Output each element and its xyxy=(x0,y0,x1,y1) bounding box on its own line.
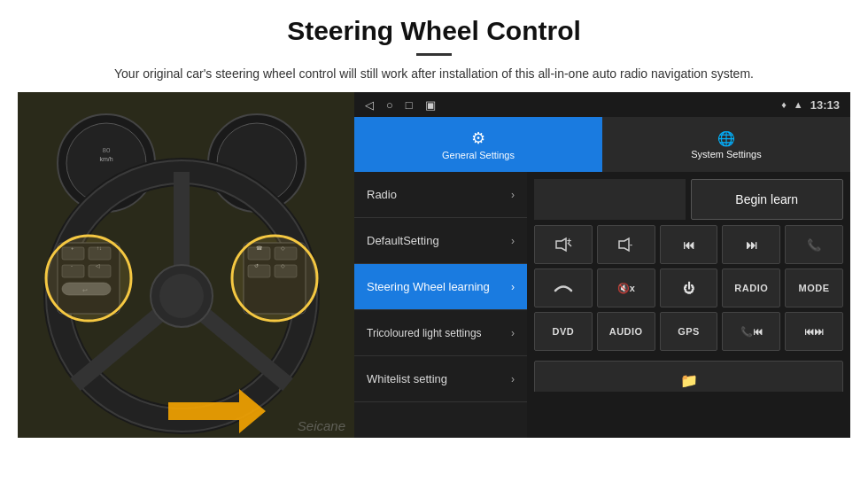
tab-system-label: System Settings xyxy=(691,149,761,160)
status-bar-left: ◁ ○ □ ▣ xyxy=(365,98,436,112)
page-header: Steering Wheel Control Your original car… xyxy=(0,0,868,92)
btn-phone-next[interactable]: ⏮⏭ xyxy=(785,312,843,351)
settings-content: Radio › DefaultSetting › Steering Wheel … xyxy=(354,172,850,438)
btn-vol-down[interactable]: - xyxy=(597,225,655,264)
btn-radio[interactable]: RADIO xyxy=(722,268,780,307)
location-icon: ♦ xyxy=(781,99,787,110)
svg-point-36 xyxy=(232,236,317,321)
menu-item-tricoloured-label: Tricoloured light settings xyxy=(367,327,511,339)
general-settings-icon: ⚙ xyxy=(471,128,485,148)
page-title: Steering Wheel Control xyxy=(18,16,850,46)
svg-text:80: 80 xyxy=(103,146,111,154)
menu-chevron-whitelist: › xyxy=(511,373,515,385)
signal-icon: ▲ xyxy=(794,99,803,110)
empty-cell xyxy=(534,179,686,220)
tab-general[interactable]: ⚙ General Settings xyxy=(354,117,602,172)
menu-item-radio-label: Radio xyxy=(367,188,511,201)
menu-chevron-steering: › xyxy=(511,281,515,293)
vol-up-icon: + xyxy=(554,237,572,253)
btn-mode[interactable]: MODE xyxy=(785,268,843,307)
hangup-icon xyxy=(554,280,573,296)
car-image-area: 80 km/h xyxy=(18,92,354,438)
svg-marker-40 xyxy=(619,238,629,251)
title-divider xyxy=(416,53,452,56)
home-icon[interactable]: ○ xyxy=(386,98,393,112)
menu-item-tricoloured[interactable]: Tricoloured light settings › xyxy=(354,310,527,356)
svg-text:+: + xyxy=(567,237,571,245)
menu-item-default-label: DefaultSetting xyxy=(367,234,511,247)
control-panel: Begin learn + - ⏮ ⏭ 📞 xyxy=(527,172,850,438)
page-subtitle: Your original car's steering wheel contr… xyxy=(18,65,850,83)
main-content: 80 km/h xyxy=(18,92,850,438)
tab-system[interactable]: 🌐 System Settings xyxy=(602,117,850,172)
svg-text:-: - xyxy=(630,240,632,249)
btn-row-3: DVD AUDIO GPS 📞⏮ ⏮⏭ xyxy=(534,312,843,351)
btn-vol-up[interactable]: + xyxy=(534,225,593,264)
menu-item-default[interactable]: DefaultSetting › xyxy=(354,218,527,264)
back-icon[interactable]: ◁ xyxy=(365,98,374,112)
svg-text:km/h: km/h xyxy=(99,156,112,162)
settings-menu: Radio › DefaultSetting › Steering Wheel … xyxy=(354,172,527,438)
menu-item-steering-label: Steering Wheel learning xyxy=(367,280,511,293)
btn-prev[interactable]: ⏮ xyxy=(660,225,718,264)
tab-general-label: General Settings xyxy=(442,150,515,160)
btn-power[interactable]: ⏻ xyxy=(660,268,718,307)
system-settings-icon: 🌐 xyxy=(717,130,735,147)
btn-dvd[interactable]: DVD xyxy=(534,312,593,351)
btn-row-1: + - ⏮ ⏭ 📞 xyxy=(534,225,843,264)
menu-item-whitelist-label: Whitelist setting xyxy=(367,372,511,385)
svg-point-35 xyxy=(46,236,131,321)
steering-wheel-svg: 80 km/h xyxy=(18,92,354,438)
btn-audio[interactable]: AUDIO xyxy=(597,312,655,351)
menu-chevron-tricoloured: › xyxy=(511,327,515,339)
menu-chevron-default: › xyxy=(511,235,515,247)
menu-item-steering[interactable]: Steering Wheel learning › xyxy=(354,264,527,310)
clock: 13:13 xyxy=(810,98,840,112)
buttons-grid: + - ⏮ ⏭ 📞 🔇x xyxy=(534,225,843,351)
btn-row-2: 🔇x ⏻ RADIO MODE xyxy=(534,268,843,307)
menu-icon[interactable]: ▣ xyxy=(425,98,436,112)
recents-icon[interactable]: □ xyxy=(406,98,413,112)
svg-marker-37 xyxy=(556,238,566,251)
status-bar-right: ♦ ▲ 13:13 xyxy=(781,98,840,112)
btn-gps[interactable]: GPS xyxy=(660,312,718,351)
btn-phone[interactable]: 📞 xyxy=(785,225,843,264)
btn-hangup[interactable] xyxy=(534,268,593,307)
status-bar: ◁ ○ □ ▣ ♦ ▲ 13:13 xyxy=(354,92,850,117)
menu-chevron-radio: › xyxy=(511,189,515,201)
begin-learn-row: Begin learn xyxy=(534,179,843,220)
btn-file[interactable]: 📁 xyxy=(534,361,843,392)
menu-item-radio[interactable]: Radio › xyxy=(354,172,527,218)
begin-learn-button[interactable]: Begin learn xyxy=(691,179,844,220)
btn-next[interactable]: ⏭ xyxy=(722,225,780,264)
android-ui: ◁ ○ □ ▣ ♦ ▲ 13:13 ⚙ General Settings 🌐 S… xyxy=(354,92,850,438)
btn-phone-prev[interactable]: 📞⏮ xyxy=(722,312,780,351)
btn-mute[interactable]: 🔇x xyxy=(597,268,655,307)
car-background: 80 km/h xyxy=(18,92,354,438)
settings-tabs: ⚙ General Settings 🌐 System Settings xyxy=(354,117,850,172)
svg-point-14 xyxy=(159,274,204,318)
btn-row-partial: 📁 xyxy=(534,361,843,392)
menu-item-whitelist[interactable]: Whitelist setting › xyxy=(354,356,527,402)
vol-down-icon: - xyxy=(617,237,635,253)
